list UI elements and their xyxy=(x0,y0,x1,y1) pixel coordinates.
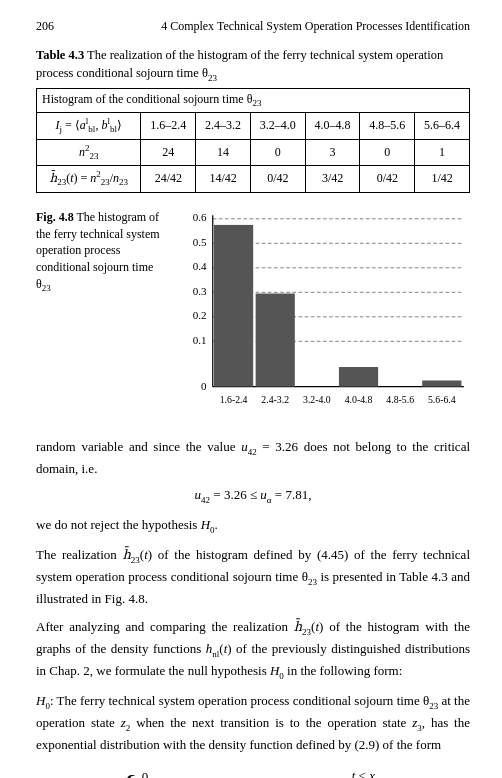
row1-val4: 3 xyxy=(305,139,360,165)
row2-val6: 1/42 xyxy=(415,166,470,192)
svg-text:2.4-3.2: 2.4-3.2 xyxy=(261,393,289,404)
case-1-expr: 0, xyxy=(142,768,322,778)
row1-val2: 14 xyxy=(196,139,251,165)
fig-caption-bold: Fig. 4.8 xyxy=(36,210,74,224)
case-1-row: 0, t < x23 xyxy=(142,767,387,778)
table-header-row: Ij = ⟨albl, blbl⟩ 1.6–2.4 2.4–3.2 3.2–4.… xyxy=(37,113,470,139)
col-header-5: 4.8–5.6 xyxy=(360,113,415,139)
chart-area: 0.6 0.5 0.4 0.3 0.2 0.1 0 xyxy=(176,209,470,423)
row1-val6: 1 xyxy=(415,139,470,165)
bar-2 xyxy=(256,293,295,386)
histogram-chart: 0.6 0.5 0.4 0.3 0.2 0.1 0 xyxy=(176,209,470,417)
body-para1: random variable and since the value u42 … xyxy=(36,437,470,479)
table-section: Table 4.3 The realization of the histogr… xyxy=(36,47,470,192)
row1-label: n223 xyxy=(37,139,141,165)
svg-text:0.6: 0.6 xyxy=(193,211,207,223)
svg-text:0.3: 0.3 xyxy=(193,284,207,296)
svg-text:0: 0 xyxy=(201,380,207,392)
row2-val5: 0/42 xyxy=(360,166,415,192)
figure-caption: Fig. 4.8 The histogram of the ferry tech… xyxy=(36,209,176,295)
bar-6 xyxy=(422,380,461,386)
body-para2: we do not reject the hypothesis H0. xyxy=(36,515,470,537)
svg-text:1.6-2.4: 1.6-2.4 xyxy=(220,393,248,404)
table-caption-bold: Table 4.3 xyxy=(36,48,84,62)
svg-text:0.1: 0.1 xyxy=(193,333,207,345)
bar-4 xyxy=(339,367,378,387)
svg-text:0.2: 0.2 xyxy=(193,309,207,321)
svg-text:0.5: 0.5 xyxy=(193,235,207,247)
svg-text:3.2-4.0: 3.2-4.0 xyxy=(303,393,331,404)
col-header-4: 4.0–4.8 xyxy=(305,113,360,139)
when-text: when xyxy=(136,715,164,730)
body-para3: The realization h̄23(t) of the histogram… xyxy=(36,545,470,609)
table-row: h̄23(t) = n223/n23 24/42 14/42 0/42 3/42… xyxy=(37,166,470,192)
page-header: 206 4 Complex Technical System Operation… xyxy=(36,18,470,35)
brace-icon: { xyxy=(119,770,137,778)
bar-1 xyxy=(214,225,253,387)
row2-val1: 24/42 xyxy=(141,166,196,192)
figure-section: Fig. 4.8 The histogram of the ferry tech… xyxy=(36,209,470,423)
row2-label: h̄23(t) = n223/n23 xyxy=(37,166,141,192)
equation-1: u42 = 3.26 ≤ uα = 7.81, xyxy=(36,486,470,507)
page-number: 206 xyxy=(36,18,54,35)
row1-val5: 0 xyxy=(360,139,415,165)
row2-val2: 14/42 xyxy=(196,166,251,192)
table-caption-text: The realization of the histogram of the … xyxy=(36,48,443,80)
row2-val3: 0/42 xyxy=(250,166,305,192)
piecewise-equation: h23(t) = { 0, t < x23 α23 exp[−α23(t − x… xyxy=(36,767,470,778)
svg-text:4.0-4.8: 4.0-4.8 xyxy=(345,393,373,404)
col-header-0: Ij = ⟨albl, blbl⟩ xyxy=(37,113,141,139)
col-header-6: 5.6–6.4 xyxy=(415,113,470,139)
operation-text: operation xyxy=(328,715,377,730)
table-row: n223 24 14 0 3 0 1 xyxy=(37,139,470,165)
svg-text:0.4: 0.4 xyxy=(193,260,207,272)
case-1-cond: t < x23 xyxy=(352,767,384,778)
cases-container: 0, t < x23 α23 exp[−α23(t − x23)], t ≥ x… xyxy=(142,767,387,778)
svg-text:4.8-5.6: 4.8-5.6 xyxy=(386,393,414,404)
row1-val1: 24 xyxy=(141,139,196,165)
body-para4: After analyzing and comparing the realiz… xyxy=(36,617,470,683)
chapter-title: 4 Complex Technical System Operation Pro… xyxy=(161,18,470,35)
row2-val4: 3/42 xyxy=(305,166,360,192)
col-header-2: 2.4–3.2 xyxy=(196,113,251,139)
data-table: Ij = ⟨albl, blbl⟩ 1.6–2.4 2.4–3.2 3.2–4.… xyxy=(36,112,470,192)
col-header-1: 1.6–2.4 xyxy=(141,113,196,139)
table-caption: Table 4.3 The realization of the histogr… xyxy=(36,47,470,84)
svg-text:5.6-6.4: 5.6-6.4 xyxy=(428,393,456,404)
histogram-header: Histogram of the conditional sojourn tim… xyxy=(36,88,470,112)
col-header-3: 3.2–4.0 xyxy=(250,113,305,139)
body-para5: H0: The ferry technical system operation… xyxy=(36,691,470,755)
row1-val3: 0 xyxy=(250,139,305,165)
